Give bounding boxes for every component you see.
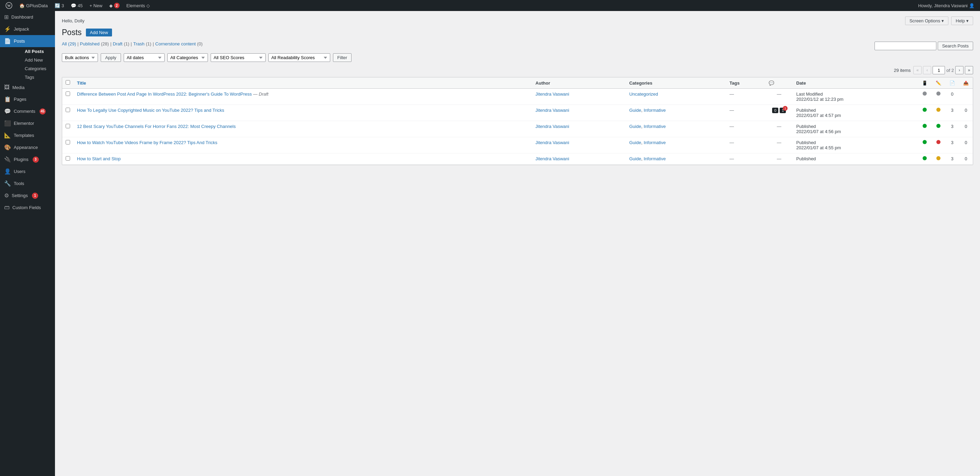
sidebar-item-pages[interactable]: 📋 Pages <box>0 93 55 105</box>
home-icon: 🏠 <box>19 3 25 8</box>
sidebar-item-posts[interactable]: 📄 Posts <box>0 35 55 47</box>
sidebar-item-settings[interactable]: ⚙ Settings 1 <box>0 190 55 201</box>
post-title-link[interactable]: 12 Best Scary YouTube Channels For Horro… <box>77 124 236 129</box>
sidebar-sub-all-posts[interactable]: All Posts <box>13 47 55 56</box>
sidebar-item-appearance[interactable]: 🎨 Appearance <box>0 141 55 153</box>
author-link[interactable]: Jitendra Vaswani <box>535 124 569 129</box>
sidebar-item-jetpack[interactable]: ⚡ Jetpack <box>0 23 55 35</box>
num2-value: 0 <box>964 140 967 145</box>
prev-page-button[interactable]: ‹ <box>923 66 931 74</box>
category-link[interactable]: Guide <box>629 140 641 145</box>
search-input[interactable] <box>875 42 936 50</box>
categories-cell: Guide, Informative <box>626 137 726 153</box>
category-link[interactable]: Guide <box>629 156 641 161</box>
sidebar-item-custom-fields[interactable]: 🗃 Custom Fields <box>0 201 55 213</box>
filter-draft[interactable]: Draft <box>113 41 123 46</box>
sidebar-sub-categories[interactable]: Categories <box>13 64 55 73</box>
post-title-link[interactable]: Difference Between Post And Page In Word… <box>77 91 252 97</box>
screen-options-button[interactable]: Screen Options ▾ <box>905 16 949 25</box>
bulk-actions-select[interactable]: Bulk actions <box>62 53 98 62</box>
category-link[interactable]: Guide <box>629 124 641 129</box>
sidebar-label-jetpack: Jetpack <box>14 27 29 32</box>
post-title-link[interactable]: How To Legally Use Copyrighted Music on … <box>77 108 224 113</box>
num1-value: 0 <box>951 91 953 97</box>
sidebar-item-elementor[interactable]: ⬛ Elementor <box>0 117 55 129</box>
search-posts-button[interactable]: Search Posts <box>938 42 973 50</box>
elements-item[interactable]: Elements ◇ <box>124 0 153 11</box>
filter-cornerstone[interactable]: Cornerstone content <box>155 41 196 46</box>
filter-trash[interactable]: Trash <box>133 41 145 46</box>
title-header[interactable]: Title <box>73 77 532 89</box>
sidebar-item-dashboard[interactable]: ⊞ Dashboard <box>0 11 55 23</box>
users-icon: 👤 <box>4 168 11 175</box>
sidebar-item-users[interactable]: 👤 Users <box>0 165 55 177</box>
select-all-col <box>62 77 73 89</box>
all-dates-select[interactable]: All datesJanuary 2022February 2022 <box>124 53 165 62</box>
row-checkbox[interactable] <box>66 108 70 112</box>
help-button[interactable]: Help ▾ <box>951 16 973 25</box>
num2-cell: 0 <box>959 137 973 153</box>
add-new-button[interactable]: Add New <box>86 29 112 37</box>
all-categories-select[interactable]: All CategoriesGuideInformativeUncategori… <box>167 53 208 62</box>
wp-logo-item[interactable]: W <box>3 0 15 11</box>
posts-submenu: All Posts Add New Categories Tags <box>0 47 55 81</box>
category-link[interactable]: Guide <box>629 108 641 113</box>
category-link[interactable]: Informative <box>644 156 666 161</box>
filter-button[interactable]: Filter <box>333 53 352 62</box>
author-link[interactable]: Jitendra Vaswani <box>535 156 569 161</box>
last-page-button[interactable]: » <box>965 66 973 74</box>
all-readability-select[interactable]: All Readability ScoresGoodOKBadNo Score <box>268 53 330 62</box>
all-seo-scores-select[interactable]: All SEO ScoresGoodOKBadNo Score <box>211 53 266 62</box>
new-item[interactable]: + New <box>87 0 105 11</box>
category-link[interactable]: Informative <box>644 124 666 129</box>
pagination-top: 29 items « ‹ of 2 › » <box>62 66 973 74</box>
next-page-button[interactable]: › <box>955 66 964 74</box>
comments-item[interactable]: 💬 45 <box>68 0 85 11</box>
sidebar-item-tools[interactable]: 🔧 Tools <box>0 177 55 190</box>
sidebar-sub-add-new[interactable]: Add New <box>13 56 55 64</box>
readability-score-cell <box>932 153 945 165</box>
category-link[interactable]: Informative <box>644 108 666 113</box>
row-checkbox[interactable] <box>66 91 70 96</box>
post-title-link[interactable]: How to Watch YouTube Videos Frame by Fra… <box>77 140 218 145</box>
post-title-link[interactable]: How to Start and Stop <box>77 156 121 161</box>
readability-dot <box>936 91 940 96</box>
author-link[interactable]: Jitendra Vaswani <box>535 140 569 145</box>
seo-dot <box>923 108 927 112</box>
filter-published[interactable]: Published <box>80 41 100 46</box>
first-page-button[interactable]: « <box>913 66 921 74</box>
filter-all[interactable]: All (29) <box>62 41 76 46</box>
row-checkbox[interactable] <box>66 124 70 128</box>
row-checkbox-cell <box>62 105 73 121</box>
category-link[interactable]: Uncategorized <box>629 91 658 97</box>
updates-item[interactable]: 🔄 3 <box>52 0 67 11</box>
sidebar-label-elementor: Elementor <box>14 121 34 126</box>
plugins-badge: 3 <box>33 157 39 163</box>
row-checkbox[interactable] <box>66 156 70 161</box>
author-link[interactable]: Jitendra Vaswani <box>535 108 569 113</box>
page-number-input[interactable] <box>932 66 945 74</box>
table-body: Difference Between Post And Page In Word… <box>62 89 973 165</box>
select-all-checkbox[interactable] <box>66 80 70 85</box>
admin-bar: W 🏠 GPlusData 🔄 3 💬 45 + New ◆ 2 Element… <box>0 0 980 11</box>
row-checkbox[interactable] <box>66 140 70 144</box>
apply-button[interactable]: Apply <box>101 53 121 62</box>
seo-score-cell <box>918 137 932 153</box>
date-status: Published <box>796 140 816 145</box>
categories-cell: Guide, Informative <box>626 153 726 165</box>
site-name-item[interactable]: 🏠 GPlusData <box>16 0 51 11</box>
user-greeting[interactable]: Howdy, Jitendra Vaswani 👤 <box>915 0 977 11</box>
rankmath-item[interactable]: ◆ 2 <box>107 0 123 11</box>
sidebar-item-plugins[interactable]: 🔌 Plugins 3 <box>0 153 55 165</box>
author-link[interactable]: Jitendra Vaswani <box>535 91 569 97</box>
sidebar-sub-tags[interactable]: Tags <box>13 73 55 81</box>
sidebar-item-templates[interactable]: 📐 Templates <box>0 129 55 141</box>
category-link[interactable]: Informative <box>644 140 666 145</box>
sidebar-item-media[interactable]: 🖼 Media <box>0 81 55 93</box>
title-sort-link[interactable]: Title <box>77 80 86 86</box>
comments-cell: — <box>765 89 793 105</box>
sidebar-item-comments[interactable]: 💬 Comments 45 <box>0 105 55 117</box>
approved-comments[interactable]: 0 <box>772 108 778 113</box>
readability-dot <box>936 140 940 144</box>
templates-icon: 📐 <box>4 132 11 139</box>
